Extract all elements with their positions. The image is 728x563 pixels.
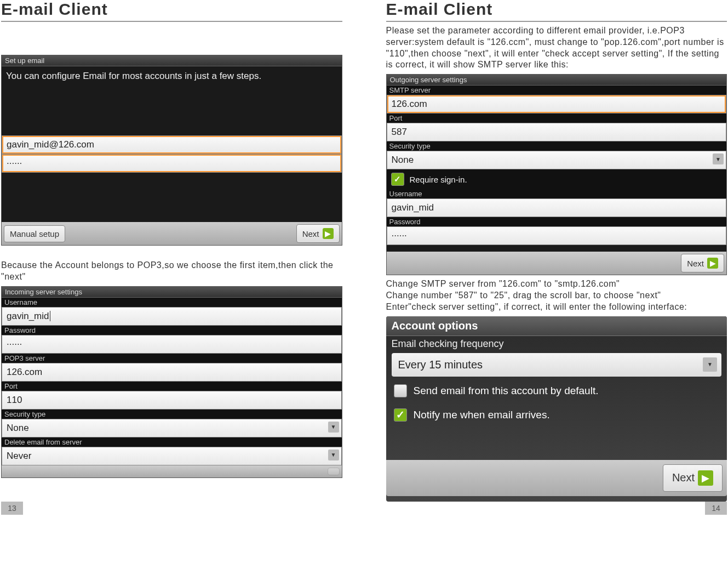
account-options-screenshot: Account options Email checking frequency… — [386, 316, 727, 502]
security-label: Security type — [2, 410, 342, 419]
out-username-input[interactable]: gavin_mid — [387, 198, 727, 217]
frequency-select[interactable]: Every 15 minutes ▼ — [392, 353, 722, 377]
password-input[interactable]: ······ — [2, 154, 342, 173]
port-label: Port — [2, 382, 342, 391]
next-arrow-icon: ▶ — [707, 258, 718, 269]
username-input[interactable]: gavin_mid — [2, 307, 342, 326]
dropdown-icon: ▼ — [703, 357, 717, 372]
incoming-titlebar: Incoming server settings — [2, 287, 342, 298]
default-send-checkbox[interactable]: ✓ — [394, 384, 407, 397]
desc-pop3: Because the Account belongs to POP3,so w… — [1, 260, 342, 283]
incoming-settings-screenshot: Incoming server settings Username gavin_… — [1, 286, 342, 478]
email-input[interactable]: gavin_mid@126.com — [2, 135, 342, 154]
out-password-input[interactable]: ······ — [387, 226, 727, 245]
options-titlebar: Account options — [386, 316, 727, 336]
next-arrow-icon: ▶ — [323, 228, 334, 239]
next-label: Next — [687, 259, 704, 268]
page-number-left: 13 — [1, 502, 23, 515]
out-port-label: Port — [387, 113, 727, 123]
dropdown-icon: ▼ — [328, 450, 339, 460]
out-next-button[interactable]: Next ▶ — [681, 254, 724, 272]
next-button-partial[interactable] — [328, 468, 340, 475]
setup-info: You can configure Email for most account… — [2, 66, 342, 86]
dropdown-icon: ▼ — [713, 153, 724, 164]
next-label: Next — [672, 471, 695, 484]
signin-label: Require sign-in. — [410, 175, 467, 184]
outgoing-titlebar: Outgoing server settings — [387, 75, 727, 86]
out-security-label: Security type — [387, 141, 727, 151]
setup-titlebar: Set up email — [2, 55, 342, 66]
next-arrow-icon: ▶ — [698, 470, 713, 486]
pop3-input[interactable]: 126.com — [2, 363, 342, 382]
delete-select[interactable]: Never ▼ — [2, 447, 342, 465]
password-label: Password — [2, 326, 342, 335]
smtp-input[interactable]: 126.com — [387, 95, 727, 113]
password-input-2[interactable]: ······ — [2, 335, 342, 354]
outgoing-settings-screenshot: Outgoing server settings SMTP server 126… — [386, 74, 727, 275]
setup-email-screenshot: Set up email You can configure Email for… — [1, 55, 342, 246]
options-next-button[interactable]: Next ▶ — [663, 464, 723, 492]
default-send-label: Send email from this account by default. — [414, 385, 599, 397]
next-button[interactable]: Next ▶ — [296, 224, 340, 243]
out-port-input[interactable]: 587 — [387, 123, 727, 141]
page-title-left: E-mail Client — [1, 0, 342, 22]
next-label: Next — [302, 229, 319, 238]
pop3-label: POP3 server — [2, 354, 342, 363]
security-select[interactable]: None ▼ — [2, 419, 342, 437]
notify-label: Notify me when email arrives. — [414, 409, 550, 421]
page-title-right: E-mail Client — [386, 0, 727, 22]
port-input[interactable]: 110 — [2, 391, 342, 410]
out-username-label: Username — [387, 189, 727, 198]
desc-smtp-intro: Please set the parameter according to di… — [386, 25, 727, 71]
signin-checkbox[interactable]: ✓ — [391, 173, 404, 186]
frequency-label: Email checking frequency — [386, 336, 727, 351]
smtp-label: SMTP server — [387, 86, 727, 95]
delete-label: Delete email from server — [2, 437, 342, 447]
out-security-select[interactable]: None ▼ — [387, 151, 727, 169]
desc-smtp-change: Change SMTP server from "126.com" to "sm… — [386, 278, 727, 312]
notify-checkbox[interactable]: ✓ — [394, 408, 407, 422]
page-number-right: 14 — [705, 502, 727, 515]
username-label: Username — [2, 298, 342, 307]
out-password-label: Password — [387, 217, 727, 226]
manual-setup-button[interactable]: Manual setup — [4, 225, 65, 242]
dropdown-icon: ▼ — [328, 422, 339, 433]
